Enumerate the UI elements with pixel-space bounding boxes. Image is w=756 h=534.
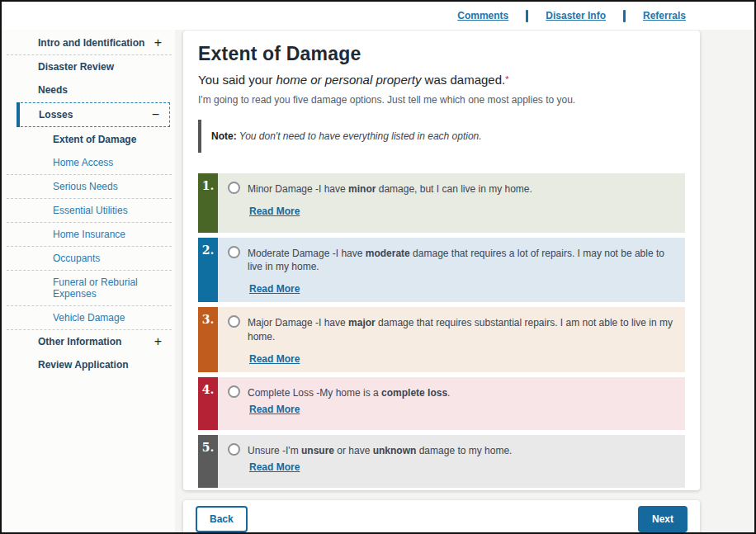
read-more-link[interactable]: Read More xyxy=(249,404,300,415)
radio-button[interactable] xyxy=(228,315,240,328)
damage-option-minor: 1. Minor Damage -I have minor damage, bu… xyxy=(198,173,685,233)
required-asterisk: * xyxy=(505,74,508,84)
option-label: Complete Loss -My home is a complete los… xyxy=(248,386,450,399)
collapse-minus-icon[interactable]: − xyxy=(152,110,159,120)
sidebar-subitem-home-access[interactable]: Home Access xyxy=(2,151,175,174)
note-text: You don't need to have everything listed… xyxy=(237,130,482,142)
sidebar-subitem-occupants[interactable]: Occupants xyxy=(2,247,175,270)
expand-plus-icon[interactable]: + xyxy=(154,337,162,347)
option-number: 5. xyxy=(198,435,218,488)
option-label: Moderate Damage -I have moderate damage … xyxy=(248,247,675,273)
radio-button[interactable] xyxy=(228,182,240,194)
instruction-text: I'm going to read you five damage option… xyxy=(198,94,685,106)
damage-option-major: 3. Major Damage -I have major damage tha… xyxy=(198,307,685,371)
option-body: Unsure -I'm unsure or have unknown damag… xyxy=(218,435,685,488)
sidebar-item-needs[interactable]: Needs xyxy=(2,78,175,102)
sidebar-subitem-home-insurance[interactable]: Home Insurance xyxy=(2,223,175,246)
option-label: Minor Damage -I have minor damage, but I… xyxy=(248,182,532,196)
option-body: Major Damage -I have major damage that r… xyxy=(218,307,685,371)
sidebar-item-label: Other Information xyxy=(38,336,121,347)
radio-button[interactable] xyxy=(228,443,240,456)
damage-option-unsure: 5. Unsure -I'm unsure or have unknown da… xyxy=(198,435,685,488)
sidebar-subitem-funeral-or-reburial-expenses[interactable]: Funeral or Reburial Expenses xyxy=(2,271,175,305)
extent-of-damage-panel: Extent of Damage You said your home or p… xyxy=(183,31,700,490)
main-area: Extent of Damage You said your home or p… xyxy=(175,30,754,532)
sidebar-subitem-vehicle-damage[interactable]: Vehicle Damage xyxy=(2,306,175,329)
option-body: Minor Damage -I have minor damage, but I… xyxy=(218,173,685,233)
radio-button[interactable] xyxy=(228,385,240,398)
note-callout: Note: You don't need to have everything … xyxy=(198,120,685,153)
option-number: 4. xyxy=(198,377,218,430)
option-number: 2. xyxy=(198,238,218,302)
read-more-link[interactable]: Read More xyxy=(249,283,300,295)
radio-button[interactable] xyxy=(228,246,240,258)
question-text: You said your home or personal property … xyxy=(198,73,685,87)
comments-link[interactable]: Comments xyxy=(457,10,508,21)
action-bar: Back Next xyxy=(183,500,700,532)
option-number: 3. xyxy=(198,307,218,371)
nav-separator xyxy=(623,10,626,22)
nav-separator xyxy=(526,10,528,22)
content-area: Intro and Identification + Disaster Revi… xyxy=(2,30,754,532)
sidebar-item-losses[interactable]: Losses − xyxy=(17,102,170,127)
option-body: Moderate Damage -I have moderate damage … xyxy=(218,238,685,302)
sidebar-subitem-essential-utilities[interactable]: Essential Utilities xyxy=(2,199,175,222)
top-nav: Comments Disaster Info Referrals xyxy=(2,2,754,30)
sidebar-item-label: Intro and Identification xyxy=(38,37,144,49)
option-label: Unsure -I'm unsure or have unknown damag… xyxy=(248,444,512,457)
sidebar-item-label: Losses xyxy=(39,109,73,121)
option-label: Major Damage -I have major damage that r… xyxy=(248,316,675,343)
sidebar-item-intro-and-identification[interactable]: Intro and Identification + xyxy=(2,31,175,54)
app-window: Comments Disaster Info Referrals Intro a… xyxy=(0,0,756,534)
disaster-info-link[interactable]: Disaster Info xyxy=(546,10,606,21)
sidebar-item-other-information[interactable]: Other Information + xyxy=(2,330,175,353)
sidebar-item-label: Needs xyxy=(38,84,68,96)
page-title: Extent of Damage xyxy=(198,43,685,65)
emphasized-text: home or personal property xyxy=(276,73,422,87)
sidebar-subitem-extent-of-damage[interactable]: Extent of Damage xyxy=(2,128,175,151)
sidebar-item-review-application[interactable]: Review Application xyxy=(2,353,175,376)
sidebar-item-label: Review Application xyxy=(38,359,129,371)
sidebar-item-disaster-review[interactable]: Disaster Review xyxy=(2,55,175,78)
sidebar-nav: Intro and Identification + Disaster Revi… xyxy=(2,30,175,532)
expand-plus-icon[interactable]: + xyxy=(154,38,162,48)
read-more-link[interactable]: Read More xyxy=(249,461,300,473)
read-more-link[interactable]: Read More xyxy=(249,206,300,217)
sidebar-item-label: Disaster Review xyxy=(38,61,114,73)
option-body: Complete Loss -My home is a complete los… xyxy=(218,377,685,430)
option-number: 1. xyxy=(198,173,218,233)
damage-option-moderate: 2. Moderate Damage -I have moderate dama… xyxy=(198,238,685,302)
note-label: Note: xyxy=(211,130,237,142)
damage-option-complete-loss: 4. Complete Loss -My home is a complete … xyxy=(198,377,685,430)
back-button[interactable]: Back xyxy=(196,506,248,532)
sidebar-subitem-serious-needs[interactable]: Serious Needs xyxy=(2,175,175,198)
read-more-link[interactable]: Read More xyxy=(249,353,300,365)
referrals-link[interactable]: Referrals xyxy=(643,10,686,21)
next-button[interactable]: Next xyxy=(638,506,687,532)
